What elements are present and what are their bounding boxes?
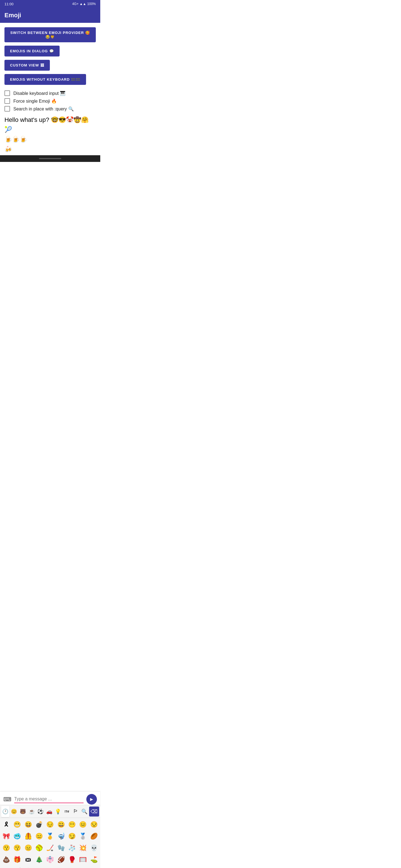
checkbox-force-single-emoji[interactable]: Force single Emoji 🔥 — [4, 98, 96, 104]
status-bar: 11:00 4G+ ▲▲ 100% — [0, 0, 100, 8]
disable-keyboard-checkbox[interactable] — [4, 90, 10, 96]
checkbox-disable-keyboard[interactable]: Disable keyboard input 🎹 — [4, 90, 96, 96]
checkbox-search-in-place[interactable]: Search in place with :query 🔍 — [4, 106, 96, 112]
buttons-section: SWITCH BETWEEN EMOJI PROVIDER 🥰😂🦁 EMOJIS… — [4, 27, 96, 88]
home-indicator — [39, 158, 61, 159]
force-single-emoji-label: Force single Emoji 🔥 — [13, 98, 57, 104]
search-in-place-checkbox[interactable] — [4, 106, 10, 112]
status-time: 11:00 — [4, 2, 13, 6]
custom-view-button[interactable]: CUSTOM VIEW 🖼 — [4, 60, 50, 71]
search-in-place-label: Search in place with :query 🔍 — [13, 106, 74, 112]
disable-keyboard-label: Disable keyboard input 🎹 — [13, 91, 65, 96]
bottom-bar — [0, 155, 100, 162]
text-display-area: Hello what's up? 🤓😎🤡🤠🤗🎾 🍺🍺🍺 🍻 — [4, 114, 96, 155]
emojis-no-keyboard-button[interactable]: EMOJIS WITHOUT KEYBOARD 🟰🟰 — [4, 74, 86, 85]
switch-provider-button[interactable]: SWITCH BETWEEN EMOJI PROVIDER 🥰😂🦁 — [4, 27, 96, 42]
battery-indicator: 100% — [87, 2, 96, 6]
text-line-3: 🍻 — [4, 145, 96, 154]
app-title: Emoji — [4, 12, 21, 19]
text-line-1: Hello what's up? 🤓😎🤡🤠🤗🎾 — [4, 115, 96, 134]
emojis-dialog-button[interactable]: EMOJIS IN DIALOG 💬 — [4, 45, 60, 57]
main-content: SWITCH BETWEEN EMOJI PROVIDER 🥰😂🦁 EMOJIS… — [0, 23, 100, 155]
text-line-2: 🍺🍺🍺 — [4, 134, 96, 144]
network-indicator: 4G+ ▲▲ — [72, 2, 86, 6]
force-single-emoji-checkbox[interactable] — [4, 98, 10, 104]
status-indicators: 4G+ ▲▲ 100% — [72, 2, 96, 6]
app-bar: Emoji — [0, 8, 100, 23]
